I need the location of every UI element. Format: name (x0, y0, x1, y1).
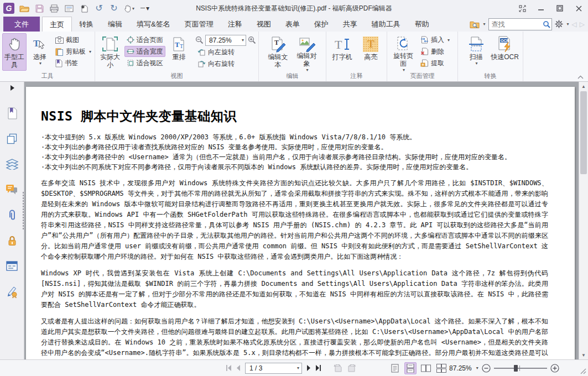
tab-fill-sign[interactable]: 填写&签名 (129, 17, 178, 32)
tab-convert[interactable]: 转换 (72, 17, 101, 32)
expand-panel-button[interactable] (0, 82, 24, 94)
search-icon[interactable] (543, 20, 550, 28)
tab-form[interactable]: 表单 (278, 17, 307, 32)
rotate-left-button[interactable]: 向左旋转 (195, 46, 256, 58)
close-button[interactable] (569, 1, 588, 15)
maximize-restore-button[interactable] (550, 1, 569, 15)
zoom-out-icon[interactable] (195, 36, 204, 44)
attachments-panel-button[interactable] (0, 202, 24, 228)
tab-edit[interactable]: 编辑 (101, 17, 129, 32)
paperclip-icon (7, 209, 17, 221)
scrollbar-thumb[interactable] (580, 91, 587, 174)
find-input[interactable] (492, 20, 543, 28)
typewriter-button[interactable]: T 打字机 (329, 33, 356, 71)
actual-size-icon (102, 35, 118, 53)
tab-organize[interactable]: 页面管理 (178, 17, 221, 32)
continuous-facing-view-icon[interactable] (435, 362, 447, 374)
layers-panel-button[interactable] (0, 152, 24, 177)
hand-tool-button[interactable]: 手型工具 (2, 33, 27, 71)
ribbon-group-edit: T 编辑文本 编辑对象 ▾ 编辑 (259, 32, 326, 81)
hand-tool-label: 手型工具 (3, 53, 25, 69)
previous-page-icon[interactable] (236, 365, 241, 371)
tab-home[interactable]: 主页 (42, 17, 72, 32)
scan-button[interactable]: 扫描 ▾ (462, 33, 490, 71)
minimize-button[interactable] (532, 1, 550, 15)
search-folder-icon[interactable] (470, 20, 480, 28)
select-button[interactable]: T 选择 ▾ (28, 33, 52, 71)
insert-pages-button[interactable]: 插入 ▾ (418, 34, 452, 45)
extract-pages-button[interactable]: 提取 (418, 58, 452, 69)
continuous-view-icon[interactable] (404, 362, 417, 374)
tab-view[interactable]: 视图 (249, 17, 278, 32)
scroll-up-icon[interactable]: ▲ (579, 82, 588, 91)
gear-icon[interactable] (555, 20, 563, 28)
fit-width-button[interactable]: 适合宽度 (124, 46, 165, 57)
reflow-button[interactable]: TT 重排 (166, 33, 192, 71)
print-icon[interactable] (49, 2, 59, 14)
quick-ocr-button[interactable]: OCR 快速OCR (491, 33, 519, 71)
zoom-combobox[interactable]: 87.25% ▾ (205, 35, 246, 46)
tab-comment[interactable]: 注释 (221, 17, 249, 32)
history-forward-icon[interactable]: ▷ (580, 20, 585, 28)
tab-file[interactable]: 文件 (3, 17, 40, 32)
chevron-down-icon[interactable]: ▾ (476, 365, 478, 370)
zoom-in-icon[interactable] (248, 36, 256, 44)
undo-icon[interactable]: ↺ (94, 2, 104, 14)
document-properties-icon[interactable] (64, 2, 74, 14)
chevron-down-icon[interactable]: ▾ (567, 22, 569, 27)
previous-view-icon[interactable] (334, 364, 342, 372)
rotate-pages-button[interactable]: 旋转页面 ▾ (389, 33, 417, 71)
bookmark-label: 书签 (65, 59, 78, 68)
delete-pages-button[interactable]: 删除 (418, 46, 452, 57)
customize-quick-access-icon[interactable]: ▾ (139, 2, 149, 14)
next-page-icon[interactable] (306, 365, 311, 371)
pdf-page[interactable]: NSIS 脚本中文件夹变量基础知识 ·本文中提到的 5.x 版系统 Window… (26, 87, 575, 359)
first-page-icon[interactable] (226, 365, 232, 371)
edit-object-button[interactable]: 编辑对象 ▾ (293, 33, 321, 71)
vertical-scrollbar[interactable]: ▲ ▼ (579, 82, 588, 359)
tab-help[interactable]: 帮助 (408, 17, 436, 32)
single-page-view-icon[interactable] (389, 362, 401, 374)
chevron-down-icon: ▾ (242, 38, 244, 43)
facing-view-icon[interactable] (420, 362, 432, 374)
highlight-button[interactable]: T 高亮 (357, 33, 385, 71)
create-pdf-icon[interactable] (79, 2, 89, 14)
collapse-ribbon-icon[interactable] (577, 75, 584, 79)
zoom-slider[interactable] (494, 368, 547, 369)
tab-accessibility[interactable]: 辅助工具 (365, 17, 408, 32)
tab-share[interactable]: 共享 (336, 17, 365, 32)
pages-panel-button[interactable] (0, 126, 24, 152)
zoom-in-button[interactable] (550, 364, 559, 373)
zoom-out-button[interactable] (482, 364, 491, 373)
comments-panel-button[interactable] (0, 177, 24, 202)
clipboard-button[interactable]: 剪贴板 ▾ (53, 46, 93, 57)
fit-page-button[interactable]: 适合页面 (124, 34, 165, 45)
zoom-slider-handle[interactable] (514, 365, 518, 372)
security-panel-button[interactable] (0, 228, 24, 253)
foxit-logo-icon[interactable]: G (3, 3, 14, 14)
signatures-panel-button[interactable] (0, 279, 24, 304)
bookmark-button[interactable]: 书签 (53, 58, 93, 69)
rotate-right-button[interactable]: 向右旋转 (195, 58, 256, 69)
bookmarks-panel-button[interactable] (0, 101, 24, 126)
snapshot-button[interactable]: 截图 (53, 34, 93, 45)
tab-protect[interactable]: 保护 (307, 17, 336, 32)
fields-panel-button[interactable] (0, 253, 24, 279)
save-icon[interactable] (34, 2, 44, 14)
page-number-combobox[interactable]: 1 / 3 ▾ (245, 363, 302, 374)
fit-visible-button[interactable]: 适合视区 (124, 58, 165, 69)
chevron-down-icon[interactable]: ▾ (483, 22, 486, 27)
next-view-icon[interactable] (347, 364, 356, 372)
edit-text-button[interactable]: T 编辑文本 (264, 33, 292, 71)
hand-mode-icon[interactable]: ▾ (124, 2, 134, 14)
fit-width-label: 适合宽度 (137, 47, 163, 56)
resize-grip[interactable] (580, 368, 586, 374)
last-page-icon[interactable] (315, 365, 321, 371)
open-file-icon[interactable] (19, 2, 29, 14)
undock-panels-icon[interactable] (513, 1, 532, 15)
scan-label: 扫描 (465, 53, 487, 61)
redo-icon[interactable]: ↻ (109, 2, 119, 14)
history-back-icon[interactable]: ◁ (572, 20, 577, 28)
scroll-down-icon[interactable]: ▼ (579, 351, 588, 359)
actual-size-button[interactable]: 实际大小 (97, 33, 123, 71)
